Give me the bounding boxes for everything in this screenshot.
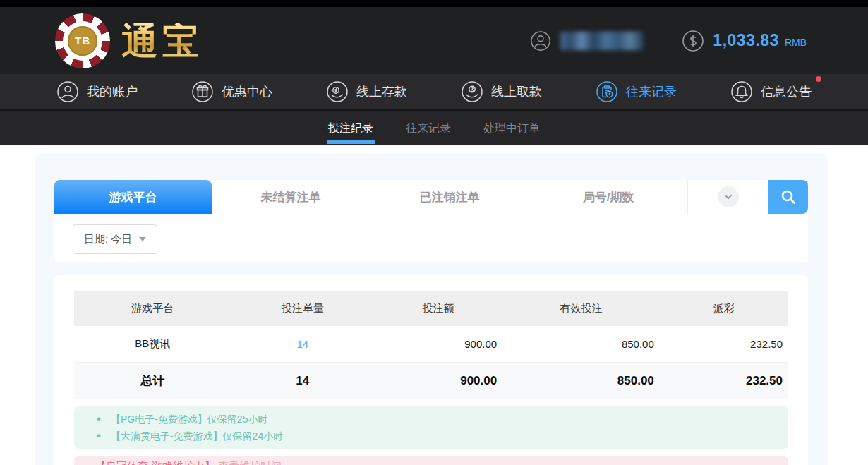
cell-valid-bet: 850.00 [502,326,660,362]
cell-bet-count: 14 [231,326,374,362]
nav-label: 优惠中心 [222,83,272,100]
nav-item-withdrawal[interactable]: 线上取款 [461,80,542,103]
dollar-coin-icon [682,30,704,52]
total-label: 总计 [74,362,231,399]
subnav-tab-transaction-records[interactable]: 往来记录 [406,111,451,145]
nav-item-promotions[interactable]: 优惠中心 [191,80,272,103]
filter-tab-label: 游戏平台 [109,189,157,205]
filter-card: 游戏平台 未结算注单 已注销注单 局号/期数 [54,180,808,262]
info-notice-text: 【PG电子-免费游戏】仅保留25小时 [111,411,267,428]
nav-label: 线上存款 [356,83,407,100]
col-header-bet-count: 投注单量 [231,291,374,326]
subnav-tab-pending-orders[interactable]: 处理中订单 [483,111,540,145]
header-right: 1,033.83 RMB [530,30,807,52]
withdrawal-icon [461,80,483,103]
bullet-icon: • [97,411,101,428]
bullet-icon: • [97,428,101,445]
bet-count-link[interactable]: 14 [296,338,308,350]
info-notice-text: 【大满贯电子-免费游戏】仅保留24小时 [111,428,283,445]
nav-label: 我的账户 [87,83,138,100]
date-filter-row: 日期: 今日 [54,214,808,254]
notification-dot [816,76,821,82]
search-button[interactable] [768,180,808,214]
site-header: TB 通宝 1,033.83 RMB [0,7,868,74]
filter-tab-cancelled[interactable]: 已注销注单 [370,180,529,214]
caret-down-icon [139,237,146,241]
nav-label: 线上取款 [491,83,542,100]
col-header-valid-bet: 有效投注 [502,291,660,326]
nav-item-records[interactable]: 往来记录 [596,80,677,103]
nav-item-announcements[interactable]: 信息公告 [730,80,812,103]
date-filter-dropdown[interactable]: 日期: 今日 [73,224,157,254]
subnav-label: 处理中订单 [483,122,540,134]
nav-label: 信息公告 [761,83,812,100]
total-payout: 232.50 [660,362,788,399]
gift-icon [191,80,214,103]
brand-name: 通宝 [121,23,203,59]
cell-bet-amount: 900.00 [374,326,502,362]
brand-logo[interactable]: TB 通宝 [55,13,203,68]
table-total-row: 总计 14 900.00 850.00 232.50 [74,362,788,399]
main-nav: 我的账户 优惠中心 线上存款 [0,74,868,109]
brand-badge: TB [68,26,97,56]
subnav-label: 投注纪录 [328,122,373,134]
table-row: BB视讯 14 900.00 850.00 232.50 [74,326,788,362]
deposit-icon [326,80,349,103]
sub-nav: 投注纪录 往来记录 处理中订单 [0,109,868,145]
filter-tab-label: 未结算注单 [261,189,321,205]
user-group[interactable] [530,30,644,52]
subnav-label: 往来记录 [406,122,451,134]
username-redacted [560,32,644,50]
col-header-platform: 游戏平台 [74,291,231,326]
balance-currency: RMB [785,33,807,48]
nav-label: 往来记录 [626,83,677,100]
date-filter-label: 日期: 今日 [84,233,132,246]
balance-amount: 1,033.83 [713,31,779,50]
subnav-tab-betting-records[interactable]: 投注纪录 [328,111,373,145]
poker-chip-icon: TB [55,13,110,68]
balance-group[interactable]: 1,033.83 RMB [682,30,807,52]
maintenance-notice-box: 【皇冠体育-游戏维护中】 查看维护时间 [74,456,788,465]
col-header-bet-amount: 投注额 [374,291,502,326]
results-card: 游戏平台 投注单量 投注额 有效投注 派彩 BB视讯 14 900.00 850… [54,275,808,465]
filter-tab-label: 已注销注单 [420,189,480,205]
more-tabs-toggle[interactable] [688,180,768,214]
maintenance-notice-text: 【皇冠体育-游戏维护中】 [95,460,215,465]
nav-item-my-account[interactable]: 我的账户 [56,80,138,103]
total-bet-amount: 900.00 [374,362,502,399]
chevron-down-icon [718,186,739,207]
maintenance-time-link[interactable]: 查看维护时间 [218,460,282,465]
search-icon [779,188,797,206]
info-notice-line: • 【大满贯电子-免费游戏】仅保留24小时 [74,428,788,445]
user-icon [530,30,551,52]
filter-tab-unsettled[interactable]: 未结算注单 [212,180,370,214]
top-strip [0,0,868,7]
total-bet-count: 14 [231,362,374,399]
records-icon [596,80,618,103]
filter-tab-round-number[interactable]: 局号/期数 [529,180,688,214]
col-header-payout: 派彩 [660,291,788,326]
cell-payout: 232.50 [660,326,788,362]
info-notice-line: • 【PG电子-免费游戏】仅保留25小时 [74,411,788,428]
account-icon [56,80,79,103]
filter-tab-game-platform[interactable]: 游戏平台 [54,180,212,214]
nav-item-deposit[interactable]: 线上存款 [326,80,407,103]
total-valid-bet: 850.00 [502,362,660,399]
filter-tabs: 游戏平台 未结算注单 已注销注单 局号/期数 [54,180,808,214]
platform-summary-table: 游戏平台 投注单量 投注额 有效投注 派彩 BB视讯 14 900.00 850… [74,291,788,399]
cell-platform: BB视讯 [74,326,231,362]
info-notice-box: • 【PG电子-免费游戏】仅保留25小时 • 【大满贯电子-免费游戏】仅保留24… [74,406,788,449]
table-header-row: 游戏平台 投注单量 投注额 有效投注 派彩 [74,291,788,326]
filter-tab-label: 局号/期数 [583,189,634,205]
bell-icon [730,80,753,103]
content-wrapper: 游戏平台 未结算注单 已注销注单 局号/期数 [35,154,828,465]
